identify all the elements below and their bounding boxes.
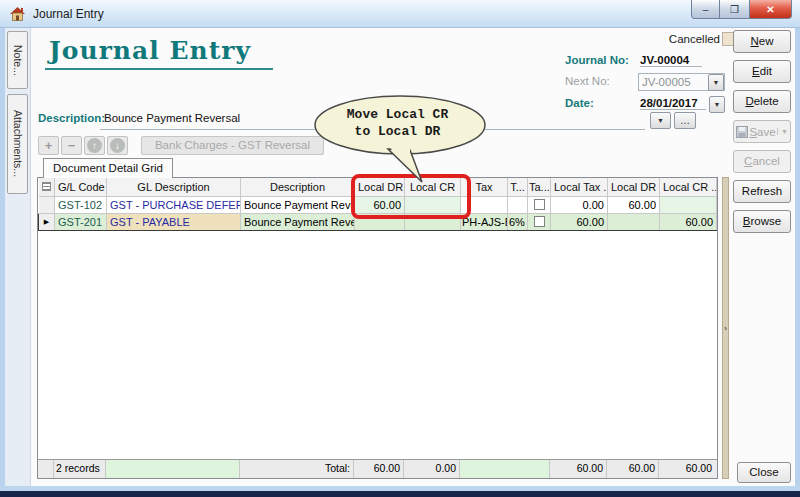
checkbox-icon[interactable] xyxy=(534,216,545,227)
maximize-button[interactable]: ❐ xyxy=(720,0,749,19)
description-ellipsis-button[interactable]: … xyxy=(674,112,696,129)
cell-tax-rate[interactable]: 6% xyxy=(508,213,528,230)
cell-local-tax2[interactable]: 0.00 xyxy=(551,196,608,213)
cell-tax-inclusive[interactable] xyxy=(528,196,551,213)
footer-local-dr2-total: 60.00 xyxy=(607,460,659,478)
col-header-local-cr2[interactable]: Local CR ... xyxy=(660,178,717,196)
cell-description[interactable]: Bounce Payment Reversal xyxy=(241,213,355,230)
next-no-value: JV-00005 xyxy=(639,74,708,90)
col-header-gl-description[interactable]: GL Description xyxy=(107,178,241,196)
cell-local-tax2[interactable]: 60.00 xyxy=(551,213,608,230)
journal-no-label: Journal No: xyxy=(565,54,629,66)
grid-footer: 2 records Total: 60.00 0.00 60.00 60.00 … xyxy=(38,459,717,478)
journal-entry-window: Journal Entry – ❐ ✕ Note... Attachments.… xyxy=(0,0,800,497)
title-bar: Journal Entry – ❐ ✕ xyxy=(0,0,800,28)
tab-document-detail-grid[interactable]: Document Detail Grid xyxy=(43,158,173,178)
footer-local-cr-total: 0.00 xyxy=(404,460,460,478)
window-shadow xyxy=(0,491,800,497)
app-house-icon xyxy=(9,5,26,22)
delete-button[interactable]: Delete xyxy=(733,90,791,113)
date-label: Date: xyxy=(565,97,594,109)
footer-local-dr-total: 60.00 xyxy=(354,460,404,478)
cell-local-dr2[interactable] xyxy=(608,213,660,230)
col-header-gl-code[interactable]: G/L Code xyxy=(55,178,107,196)
cell-local-dr2[interactable]: 60.00 xyxy=(608,196,660,213)
plus-icon: + xyxy=(45,138,53,153)
bank-charges-button[interactable]: Bank Charges - GST Reversal xyxy=(141,136,324,155)
cell-gl-description-current[interactable]: GST - PAYABLE xyxy=(107,213,241,230)
next-no-label: Next No: xyxy=(565,75,610,87)
page-title: Journal Entry xyxy=(45,36,273,70)
move-down-button[interactable]: ↓ xyxy=(107,136,128,155)
side-tab-attachments[interactable]: Attachments... xyxy=(7,94,28,194)
col-header-local-dr2[interactable]: Local DR ... xyxy=(608,178,660,196)
col-header-ta[interactable]: Ta... xyxy=(528,178,551,196)
edit-button[interactable]: Edit xyxy=(733,60,791,83)
row-indicator xyxy=(39,196,55,213)
footer-gl-description xyxy=(106,460,240,478)
footer-local-tax2-total: 60.00 xyxy=(550,460,607,478)
row-indicator-arrow-icon: ▶ xyxy=(39,213,55,230)
next-no-dropdown-icon[interactable]: ▼ xyxy=(708,74,724,91)
footer-local-cr2-total: 60.00 xyxy=(659,460,715,478)
cell-gl-description[interactable]: GST - PURCHASE DEFERRED TAX xyxy=(107,196,241,213)
grid-corner-icon[interactable] xyxy=(39,178,55,196)
date-dropdown-icon[interactable]: ▼ xyxy=(709,96,725,113)
minimize-button[interactable]: – xyxy=(691,0,720,19)
client-area: Note... Attachments... Journal Entry Can… xyxy=(5,28,795,486)
move-up-button[interactable]: ↑ xyxy=(84,136,105,155)
date-value[interactable]: 28/01/2017 xyxy=(640,97,706,110)
description-dropdown-icon[interactable]: ▼ xyxy=(650,112,671,129)
col-header-t[interactable]: T... xyxy=(508,178,528,196)
browse-button[interactable]: Browse xyxy=(733,210,791,233)
checkbox-icon[interactable] xyxy=(534,199,545,210)
description-label: Description: xyxy=(38,112,105,124)
arrow-down-icon: ↓ xyxy=(110,138,125,153)
save-button-label: Save xyxy=(748,126,777,138)
cell-tax-inclusive[interactable] xyxy=(528,213,551,230)
footer-indicator xyxy=(38,460,54,478)
refresh-button[interactable]: Refresh xyxy=(733,180,791,203)
arrow-up-icon: ↑ xyxy=(87,138,102,153)
grid-toolbar: + − ↑ ↓ Bank Charges - GST Reversal xyxy=(38,136,338,156)
cancel-button[interactable]: Cancel xyxy=(733,150,791,173)
cell-gl-code[interactable]: GST-201 xyxy=(55,213,107,230)
journal-no-value: JV-00004 xyxy=(640,54,702,67)
cell-local-cr2[interactable] xyxy=(660,196,717,213)
new-button[interactable]: New xyxy=(733,30,791,53)
callout-text: Move Local CR to Local DR xyxy=(310,106,485,140)
window-title: Journal Entry xyxy=(33,7,104,21)
col-header-local-tax2[interactable]: Local Tax ... xyxy=(551,178,608,196)
detail-grid: G/L Code GL Description Description Loca… xyxy=(37,177,718,479)
callout-line1: Move Local CR xyxy=(310,106,485,123)
footer-tax-span xyxy=(460,460,550,478)
footer-total-label: Total: xyxy=(240,460,354,478)
footer-record-count: 2 records xyxy=(54,460,106,478)
cancelled-label: Cancelled xyxy=(580,33,720,45)
chevron-right-icon: › xyxy=(724,324,727,333)
close-window-button[interactable]: ✕ xyxy=(749,0,792,19)
remove-row-button[interactable]: − xyxy=(61,136,82,155)
side-tab-note[interactable]: Note... xyxy=(7,31,28,89)
floppy-disk-icon xyxy=(736,126,748,138)
save-dropdown-icon[interactable]: ▼ xyxy=(777,128,788,135)
close-button[interactable]: Close xyxy=(737,462,791,483)
add-row-button[interactable]: + xyxy=(38,136,59,155)
cell-local-cr2[interactable]: 60.00 xyxy=(660,213,717,230)
minus-icon: − xyxy=(68,138,76,153)
cell-tax-rate[interactable] xyxy=(508,196,528,213)
doc-header-fields: Journal No: JV-00004 Next No: JV-00005 ▼… xyxy=(565,54,745,119)
cell-gl-code[interactable]: GST-102 xyxy=(55,196,107,213)
side-tab-strip: Note... Attachments... xyxy=(5,28,31,486)
save-button[interactable]: Save ▼ xyxy=(733,120,791,143)
callout-line2: to Local DR xyxy=(310,123,485,140)
panel-splitter[interactable]: › xyxy=(722,177,729,479)
